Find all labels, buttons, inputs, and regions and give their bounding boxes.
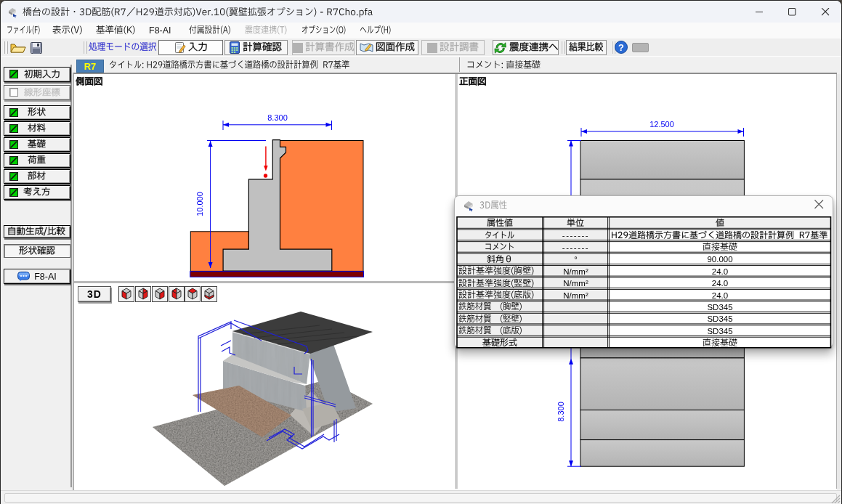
svg-text:12.500: 12.500 <box>649 120 674 129</box>
svg-text:10.000: 10.000 <box>195 192 204 216</box>
svg-text:8.300: 8.300 <box>556 402 565 422</box>
svg-text:8.300: 8.300 <box>267 113 288 122</box>
svg-text:?: ? <box>618 42 624 53</box>
